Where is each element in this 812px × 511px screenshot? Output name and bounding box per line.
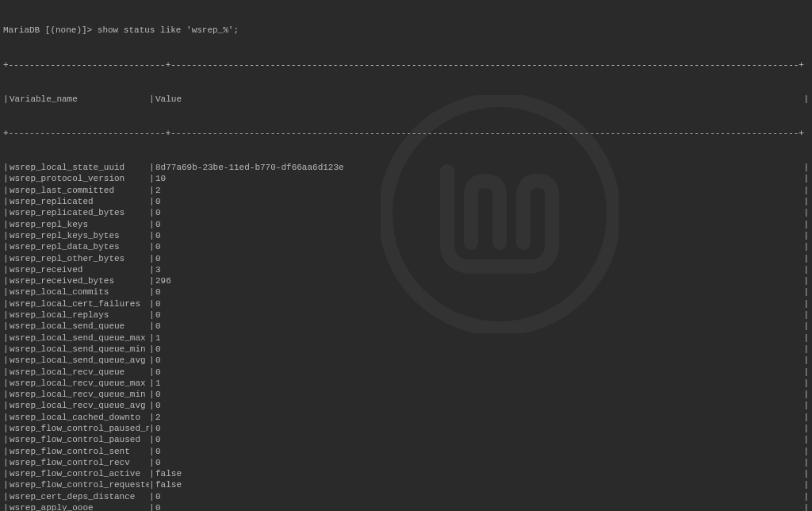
- pipe: |: [3, 400, 10, 411]
- pipe: |: [3, 332, 10, 344]
- pipe: |: [3, 275, 10, 286]
- value-cell: 0: [155, 286, 802, 298]
- variable-name-cell: wsrep_local_recv_queue_max: [10, 378, 149, 389]
- pipe: |: [802, 162, 809, 173]
- variable-name-cell: wsrep_last_committed: [10, 185, 149, 196]
- pipe: |: [3, 378, 10, 389]
- value-cell: 0: [155, 321, 802, 332]
- variable-name-cell: wsrep_local_recv_queue_avg: [10, 400, 149, 411]
- pipe: |: [149, 378, 155, 389]
- pipe: |: [3, 389, 10, 400]
- value-cell: 2: [155, 185, 802, 196]
- pipe: |: [149, 286, 155, 298]
- table-row: | wsrep_local_send_queue_min| 0|: [3, 344, 809, 355]
- table-row: | wsrep_local_state_uuid| 8d77a69b-23be-…: [3, 162, 809, 173]
- table-row: | wsrep_local_send_queue| 0|: [3, 321, 809, 332]
- table-row: | wsrep_local_recv_queue_avg| 0|: [3, 400, 809, 411]
- value-cell: false: [155, 468, 802, 479]
- pipe: |: [3, 367, 10, 378]
- variable-name-cell: wsrep_local_send_queue_max: [10, 332, 149, 344]
- table-row: | wsrep_replicated| 0|: [3, 196, 809, 207]
- pipe: |: [802, 185, 809, 196]
- value-cell: 0: [155, 230, 802, 241]
- variable-name-cell: wsrep_local_recv_queue_min: [10, 389, 149, 400]
- variable-name-cell: wsrep_local_send_queue: [10, 321, 149, 332]
- pipe: |: [3, 286, 10, 298]
- pipe: |: [802, 468, 809, 479]
- pipe: |: [3, 185, 10, 196]
- pipe: |: [3, 173, 10, 184]
- value-cell: 0: [155, 298, 802, 309]
- value-cell: 296: [155, 275, 802, 286]
- table-row: | wsrep_last_committed| 2|: [3, 185, 809, 196]
- variable-name-cell: wsrep_cert_deps_distance: [10, 491, 149, 502]
- pipe: |: [802, 412, 809, 423]
- pipe: |: [802, 298, 809, 309]
- pipe: |: [802, 502, 809, 511]
- pipe: |: [802, 344, 809, 355]
- pipe: |: [802, 389, 809, 400]
- variable-name-cell: wsrep_local_send_queue_avg: [10, 355, 149, 366]
- pipe: |: [149, 94, 155, 105]
- value-cell: 0: [155, 309, 802, 321]
- terminal-output[interactable]: MariaDB [(none)]> show status like 'wsre…: [0, 0, 812, 511]
- pipe: |: [3, 321, 10, 332]
- pipe: |: [3, 434, 10, 445]
- variable-name-cell: wsrep_flow_control_paused_ns: [10, 423, 149, 434]
- pipe: |: [149, 230, 155, 241]
- pipe: |: [3, 412, 10, 423]
- table-row: | wsrep_local_send_queue_avg| 0|: [3, 355, 809, 366]
- pipe: |: [149, 264, 155, 275]
- variable-name-cell: wsrep_local_commits: [10, 286, 149, 298]
- variable-name-cell: wsrep_received_bytes: [10, 275, 149, 286]
- variable-name-cell: wsrep_local_state_uuid: [10, 162, 149, 173]
- value-cell: 0: [155, 446, 802, 457]
- value-cell: 0: [155, 344, 802, 355]
- value-cell: false: [155, 479, 802, 490]
- table-top-border: +------------------------------+--------…: [3, 60, 809, 71]
- pipe: |: [149, 434, 155, 445]
- pipe: |: [802, 219, 809, 230]
- variable-name-cell: wsrep_replicated_bytes: [10, 207, 149, 218]
- pipe: |: [802, 94, 809, 105]
- table-row: | wsrep_local_commits| 0|: [3, 286, 809, 298]
- pipe: |: [149, 446, 155, 457]
- pipe: |: [802, 367, 809, 378]
- pipe: |: [802, 275, 809, 286]
- table-row: | wsrep_flow_control_sent| 0|: [3, 446, 809, 457]
- pipe: |: [802, 253, 809, 264]
- pipe: |: [149, 219, 155, 230]
- pipe: |: [802, 309, 809, 321]
- variable-name-cell: wsrep_flow_control_paused: [10, 434, 149, 445]
- variable-name-cell: wsrep_local_send_queue_min: [10, 344, 149, 355]
- pipe: |: [3, 502, 10, 511]
- pipe: |: [149, 321, 155, 332]
- header-variable-name: Variable_name: [10, 94, 149, 105]
- value-cell: 0: [155, 196, 802, 207]
- variable-name-cell: wsrep_repl_keys_bytes: [10, 230, 149, 241]
- table-row: | wsrep_protocol_version| 10|: [3, 173, 809, 184]
- value-cell: 10: [155, 173, 802, 184]
- pipe: |: [3, 264, 10, 275]
- pipe: |: [149, 344, 155, 355]
- value-cell: 0: [155, 219, 802, 230]
- pipe: |: [802, 400, 809, 411]
- table-row: | wsrep_flow_control_recv| 0|: [3, 457, 809, 468]
- pipe: |: [149, 185, 155, 196]
- table-row: | wsrep_local_recv_queue_max| 1|: [3, 378, 809, 389]
- value-cell: 0: [155, 367, 802, 378]
- pipe: |: [149, 423, 155, 434]
- pipe: |: [3, 241, 10, 252]
- variable-name-cell: wsrep_local_cert_failures: [10, 298, 149, 309]
- table-row: | wsrep_local_recv_queue_min| 0|: [3, 389, 809, 400]
- value-cell: 0: [155, 355, 802, 366]
- pipe: |: [3, 457, 10, 468]
- value-cell: 0: [155, 423, 802, 434]
- pipe: |: [149, 389, 155, 400]
- table-row: | wsrep_flow_control_paused| 0|: [3, 434, 809, 445]
- pipe: |: [3, 355, 10, 366]
- variable-name-cell: wsrep_local_recv_queue: [10, 367, 149, 378]
- table-row: | wsrep_local_replays| 0|: [3, 309, 809, 321]
- pipe: |: [149, 162, 155, 173]
- pipe: |: [149, 367, 155, 378]
